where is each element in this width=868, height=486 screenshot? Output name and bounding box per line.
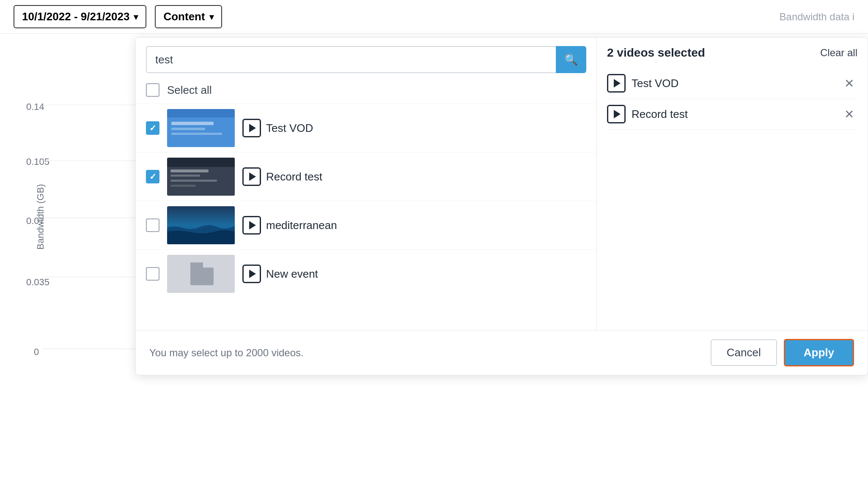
play-icon-4 [242, 265, 261, 283]
search-panel: test 🔍 Select all [136, 38, 597, 330]
y-label-0105: 0.105 [26, 156, 49, 167]
video-info-3: mediterranean [242, 216, 586, 235]
cancel-button[interactable]: Cancel [711, 339, 777, 366]
play-icon-3 [242, 216, 261, 235]
play-icon-1 [242, 119, 261, 137]
video-checkbox-1[interactable] [146, 121, 159, 135]
y-label-014: 0.14 [26, 101, 44, 112]
chevron-down-icon: ▾ [209, 12, 214, 22]
select-all-checkbox[interactable] [146, 83, 159, 97]
selected-panel: 2 videos selected Clear all Test VOD ✕ R… [597, 38, 868, 330]
date-range-label: 10/1/2022 - 9/21/2023 [22, 10, 129, 23]
thumbnail-4 [167, 255, 235, 293]
top-bar: 10/1/2022 - 9/21/2023 ▾ Content ▾ Bandwi… [0, 0, 868, 34]
bandwidth-info: Bandwidth data i [780, 11, 854, 23]
svg-rect-2 [171, 122, 214, 125]
video-checkbox-4[interactable] [146, 267, 159, 281]
clear-all-button[interactable]: Clear all [820, 47, 857, 59]
svg-rect-6 [167, 158, 235, 167]
search-icon: 🔍 [564, 53, 578, 66]
video-title-4: New event [266, 268, 318, 281]
video-title-2: Record test [266, 170, 322, 183]
y-label-0035: 0.035 [26, 277, 49, 288]
svg-rect-9 [170, 180, 217, 182]
select-all-label: Select all [167, 84, 212, 97]
selected-header: 2 videos selected Clear all [607, 46, 857, 60]
svg-rect-1 [167, 109, 235, 117]
modal-body: test 🔍 Select all [136, 38, 868, 330]
remove-item-2-button[interactable]: ✕ [841, 106, 857, 123]
list-item: New event [136, 249, 596, 298]
list-item: mediterranean [136, 201, 596, 249]
video-info-1: Test VOD [242, 119, 586, 137]
svg-rect-7 [170, 169, 209, 172]
video-checkbox-2[interactable] [146, 170, 159, 183]
svg-rect-10 [170, 185, 196, 187]
video-info-2: Record test [242, 167, 586, 186]
search-button[interactable]: 🔍 [556, 46, 586, 73]
video-picker-modal: test 🔍 Select all [135, 37, 868, 375]
play-triangle-icon [249, 172, 256, 181]
y-label-007: 0.07 [26, 216, 44, 227]
selected-title-1: Test VOD [632, 77, 835, 90]
footer-actions: Cancel Apply [711, 339, 854, 366]
video-title-1: Test VOD [266, 122, 313, 135]
video-list: Test VOD [136, 104, 596, 330]
selected-title-2: Record test [632, 108, 835, 121]
play-triangle-icon [614, 110, 621, 118]
play-triangle-icon [249, 270, 256, 278]
remove-item-1-button[interactable]: ✕ [841, 75, 857, 92]
svg-rect-13 [190, 268, 214, 285]
modal-footer: You may select up to 2000 videos. Cancel… [136, 330, 868, 375]
play-triangle-icon [249, 221, 256, 229]
svg-rect-3 [171, 128, 205, 130]
selected-item: Record test ✕ [607, 99, 857, 130]
play-triangle-icon [614, 79, 621, 87]
selected-play-icon-1 [607, 74, 626, 93]
thumbnail-1 [167, 109, 235, 147]
selected-play-icon-2 [607, 105, 626, 123]
search-input[interactable]: test [146, 46, 556, 73]
svg-rect-14 [190, 262, 203, 268]
svg-rect-8 [170, 175, 200, 177]
select-all-row: Select all [136, 80, 596, 104]
video-title-3: mediterranean [266, 219, 337, 232]
selected-count: 2 videos selected [607, 46, 705, 60]
apply-button[interactable]: Apply [784, 339, 854, 366]
list-item: Test VOD [136, 104, 596, 152]
thumbnail-3 [167, 206, 235, 244]
video-info-4: New event [242, 265, 586, 283]
list-item: Record test [136, 152, 596, 201]
y-label-0: 0 [34, 347, 39, 358]
chevron-down-icon: ▾ [134, 12, 138, 22]
search-bar: test 🔍 [136, 38, 596, 80]
video-checkbox-3[interactable] [146, 218, 159, 232]
thumbnail-2 [167, 158, 235, 196]
play-triangle-icon [249, 124, 256, 132]
play-icon-2 [242, 167, 261, 186]
date-range-button[interactable]: 10/1/2022 - 9/21/2023 ▾ [14, 5, 146, 28]
selected-item: Test VOD ✕ [607, 68, 857, 99]
content-filter-button[interactable]: Content ▾ [155, 5, 222, 28]
footer-hint: You may select up to 2000 videos. [149, 347, 304, 359]
content-label: Content [163, 10, 205, 23]
svg-rect-4 [171, 133, 222, 135]
